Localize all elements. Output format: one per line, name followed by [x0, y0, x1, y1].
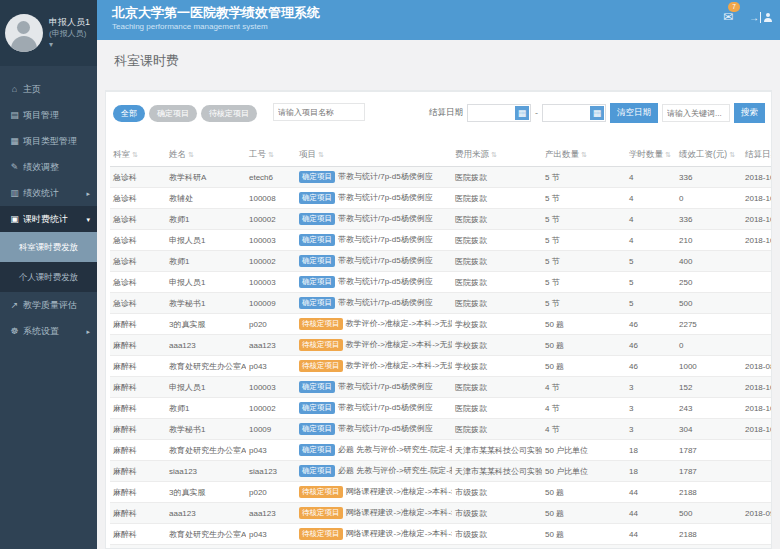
- sidebar-item-performance-statistics[interactable]: ▥绩效统计▸: [0, 180, 97, 206]
- cell-name: siaa123: [166, 461, 246, 482]
- table-row: 麻醉科教师1100002确定项目带教与统计/7p-d5杨侯例应医院拨款4 节32…: [110, 398, 772, 419]
- cell-project: 待核定项目教学评价->准核定->本科->无提侯人: [296, 335, 452, 356]
- logout-button[interactable]: →: [749, 7, 772, 25]
- page-title: 科室课时费: [114, 52, 179, 70]
- keyword-input[interactable]: [662, 104, 730, 122]
- project-status-badge: 待核定项目: [299, 507, 343, 519]
- notifications-button[interactable]: ✉ 7: [723, 7, 733, 25]
- cell-output: 50 户比单位: [542, 440, 626, 461]
- sidebar-item-performance-adjustment[interactable]: ✎绩效调整: [0, 154, 97, 180]
- cell-project: 待核定项目网络课程建设->准核定->本科->学员: [296, 524, 452, 545]
- column-header-7[interactable]: 绩效工资(元)⇅: [676, 144, 742, 167]
- cell-project: 确定项目带教与统计/7p-d5杨侯例应: [296, 377, 452, 398]
- search-button[interactable]: 搜索: [734, 103, 765, 123]
- cell-hours: 4: [626, 167, 676, 188]
- column-label: 项目: [299, 149, 316, 159]
- column-header-5[interactable]: 产出数量⇅: [542, 144, 626, 167]
- avatar-body-shape: [11, 36, 37, 52]
- column-header-6[interactable]: 学时数量⇅: [626, 144, 676, 167]
- column-header-8[interactable]: 结算日期⇅: [742, 144, 772, 167]
- cell-date: 2018-10-23 00:00:00: [742, 188, 772, 209]
- sidebar-subitem-dept-hour-fee[interactable]: 科室课时费发放: [0, 232, 97, 262]
- column-label: 姓名: [169, 149, 186, 159]
- cell-date: [742, 524, 772, 545]
- user-role[interactable]: (申报人员) ▾: [49, 28, 92, 50]
- sidebar-subitem-personal-hour-fee[interactable]: 个人课时费发放: [0, 262, 97, 292]
- cell-hours: 4: [626, 230, 676, 251]
- cell-source: 医院拨款: [452, 377, 542, 398]
- performance-statistics-icon: ▥: [9, 180, 20, 206]
- sort-icon: ⇅: [581, 151, 587, 158]
- sidebar-item-home[interactable]: ⌂主页: [0, 76, 97, 102]
- sidebar-item-teaching-quality-evaluation[interactable]: ↗教学质量评估: [0, 292, 97, 318]
- project-name-input[interactable]: [273, 103, 365, 121]
- cell-dept: 急诊科: [110, 272, 166, 293]
- filter-pill-0[interactable]: 全部: [113, 105, 145, 122]
- cell-date: 2018-10-23 00:00:00: [742, 398, 772, 419]
- cell-source: 医院拨款: [452, 293, 542, 314]
- cell-id: p020: [246, 482, 296, 503]
- cell-dept: 麻醉科: [110, 524, 166, 545]
- cell-date: [742, 251, 772, 272]
- sidebar-item-hour-fee-statistics[interactable]: ▣课时费统计▾: [0, 206, 97, 232]
- column-header-1[interactable]: 姓名⇅: [166, 144, 246, 167]
- cell-hours: 46: [626, 314, 676, 335]
- sidebar-menu: ⌂主页▤项目管理▦项目类型管理✎绩效调整▥绩效统计▸▣课时费统计▾科室课时费发放…: [0, 66, 97, 344]
- column-header-0[interactable]: 科室⇅: [110, 144, 166, 167]
- project-text: 带教与统计/7p-d5杨侯例应: [338, 214, 433, 223]
- date-end-input[interactable]: ▦: [542, 104, 606, 122]
- cell-salary: 1787: [676, 440, 742, 461]
- column-label: 科室: [113, 149, 130, 159]
- project-status-badge: 确定项目: [299, 192, 335, 204]
- cell-id: aaa123: [246, 335, 296, 356]
- cell-date: 2018-10-23 00:00:00: [742, 230, 772, 251]
- cell-name: 教育处研究生办公室A: [166, 356, 246, 377]
- cell-name: aaa123: [166, 335, 246, 356]
- project-text: 网络课程建设->准核定->本科->学员: [346, 487, 453, 496]
- cell-id: p043: [246, 440, 296, 461]
- column-header-3[interactable]: 项目⇅: [296, 144, 452, 167]
- project-status-badge: 确定项目: [299, 465, 335, 477]
- column-header-2[interactable]: 工号⇅: [246, 144, 296, 167]
- project-status-badge: 待核定项目: [299, 360, 343, 372]
- user-panel[interactable]: 申报人员1 (申报人员) ▾: [0, 0, 97, 66]
- table-row: 麻醉科3的真实服p020待核定项目网络课程建设->准核定->本科->学员市级拨款…: [110, 482, 772, 503]
- clear-date-button[interactable]: 清空日期: [610, 103, 658, 123]
- column-label: 产出数量: [545, 149, 579, 159]
- project-status-badge: 确定项目: [299, 255, 335, 267]
- sidebar-item-project-management[interactable]: ▤项目管理: [0, 102, 97, 128]
- cell-id: 100008: [246, 188, 296, 209]
- app-title: 北京大学第一医院教学绩效管理系统: [97, 0, 780, 22]
- avatar: [5, 14, 43, 52]
- cell-salary: 250: [676, 272, 742, 293]
- cell-hours: 30: [626, 545, 676, 549]
- filter-pill-1[interactable]: 确定项目: [149, 105, 197, 122]
- cell-salary: 6000: [676, 545, 742, 549]
- performance-adjustment-icon: ✎: [9, 154, 20, 180]
- cell-output: 50 题: [542, 524, 626, 545]
- cell-output: 50 户比单位: [542, 461, 626, 482]
- cell-source: 医院拨款: [452, 419, 542, 440]
- project-text: 带教与统计/7p-d5杨侯例应: [338, 172, 433, 181]
- cell-id: p020: [246, 314, 296, 335]
- cell-date: 2018-10-23 00:00:00: [742, 167, 772, 188]
- filter-pill-2[interactable]: 待核定项目: [201, 105, 257, 122]
- sidebar-item-system-settings[interactable]: ☸系统设置▸: [0, 318, 97, 344]
- cell-dept: 急诊科: [110, 188, 166, 209]
- cell-project: 待核定项目教学评价->准核定->本科->无提侯人: [296, 356, 452, 377]
- cell-salary: 336: [676, 209, 742, 230]
- cell-salary: 0: [676, 335, 742, 356]
- cell-output: 50 题: [542, 503, 626, 524]
- column-header-4[interactable]: 费用来源⇅: [452, 144, 542, 167]
- sidebar-item-project-type-management[interactable]: ▦项目类型管理: [0, 128, 97, 154]
- table-row: 麻醉科教育处研究生办公室Ap043确定项目学生活动->继续教育-院定-学员天津市…: [110, 545, 772, 549]
- cell-output: 5 节: [542, 188, 626, 209]
- cell-salary: 336: [676, 167, 742, 188]
- cell-source: 天津市某某科技公司实验项目: [452, 440, 542, 461]
- project-text: 必题 先教与评价->研究生-院定-教师: [338, 445, 452, 454]
- cell-project: 确定项目带教与统计/7p-d5杨侯例应: [296, 167, 452, 188]
- cell-name: 申报人员1: [166, 272, 246, 293]
- sidebar-item-label: 绩效统计: [23, 188, 59, 198]
- date-start-input[interactable]: ▦: [467, 104, 531, 122]
- sidebar-item-label: 课时费统计: [23, 214, 68, 224]
